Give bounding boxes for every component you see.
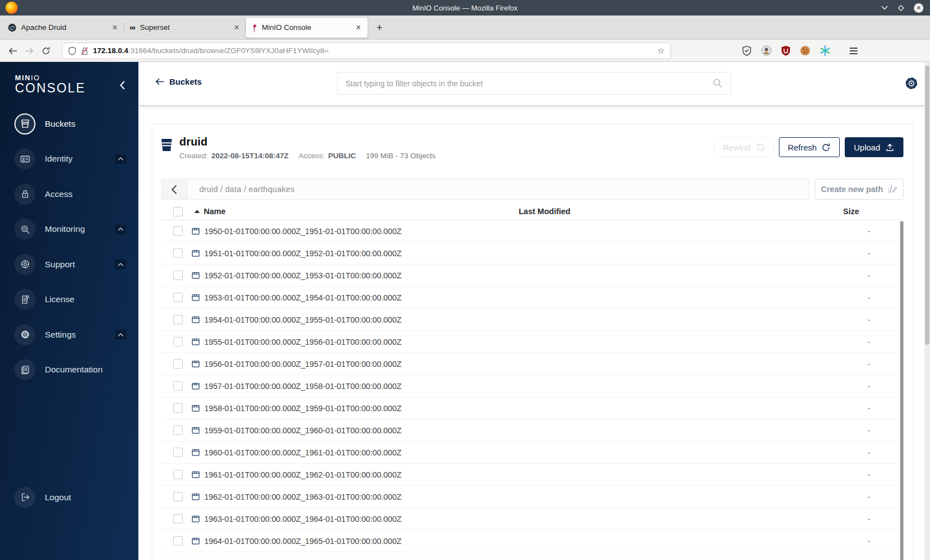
chevron-up-icon[interactable] <box>115 330 126 339</box>
table-row[interactable]: 1953-01-01T00:00:00.000Z_1954-01-01T00:0… <box>161 287 903 309</box>
table-row[interactable]: 1962-01-01T00:00:00.000Z_1963-01-01T00:0… <box>161 486 903 508</box>
rewind-button[interactable]: Rewind <box>714 137 774 157</box>
sidebar-item-access[interactable]: Access <box>0 177 138 212</box>
object-name[interactable]: 1962-01-01T00:00:00.000Z_1963-01-01T00:0… <box>204 492 401 501</box>
console-settings-gear-icon[interactable] <box>904 76 919 91</box>
row-checkbox[interactable] <box>173 514 183 523</box>
lock-icon <box>14 184 35 205</box>
window-maximize-icon[interactable] <box>897 4 905 12</box>
breadcrumb-path[interactable]: druid / data / earthquakes <box>199 185 294 194</box>
sidebar-item-license[interactable]: License <box>0 282 138 318</box>
bucket-icon <box>14 113 35 134</box>
extension-cookie-icon[interactable] <box>800 45 810 56</box>
tracking-shield-icon[interactable] <box>68 46 76 55</box>
object-name[interactable]: 1956-01-01T00:00:00.000Z_1957-01-01T00:0… <box>204 360 401 369</box>
table-row[interactable]: 1960-01-01T00:00:00.000Z_1961-01-01T00:0… <box>161 442 903 464</box>
object-name[interactable]: 1955-01-01T00:00:00.000Z_1956-01-01T00:0… <box>204 338 401 346</box>
row-checkbox[interactable] <box>173 248 183 258</box>
column-header-name[interactable]: Name <box>194 207 519 216</box>
table-row[interactable]: 1952-01-01T00:00:00.000Z_1953-01-01T00:0… <box>161 265 903 287</box>
forward-button[interactable] <box>21 47 38 55</box>
extension-snowflake-icon[interactable] <box>820 45 830 56</box>
table-row[interactable]: 1959-01-01T00:00:00.000Z_1960-01-01T00:0… <box>161 419 903 442</box>
refresh-button[interactable]: Refresh <box>779 137 840 157</box>
row-checkbox[interactable] <box>173 403 183 413</box>
row-checkbox[interactable] <box>173 226 183 236</box>
object-name[interactable]: 1963-01-01T00:00:00.000Z_1964-01-01T00:0… <box>204 515 401 523</box>
table-row[interactable]: 1950-01-01T00:00:00.000Z_1951-01-01T00:0… <box>161 220 903 242</box>
table-row[interactable]: 1956-01-01T00:00:00.000Z_1957-01-01T00:0… <box>161 353 903 375</box>
select-all-checkbox[interactable] <box>173 207 183 216</box>
object-name[interactable]: 1958-01-01T00:00:00.000Z_1959-01-01T00:0… <box>204 404 401 413</box>
page-scrollbar-thumb[interactable] <box>925 65 929 345</box>
row-checkbox[interactable] <box>173 337 183 346</box>
table-row[interactable]: 1961-01-01T00:00:00.000Z_1962-01-01T00:0… <box>161 464 903 486</box>
row-checkbox[interactable] <box>173 315 183 324</box>
back-to-buckets-link[interactable]: Buckets <box>155 77 202 86</box>
row-checkbox[interactable] <box>173 293 183 302</box>
sidebar-item-buckets[interactable]: Buckets <box>0 106 138 142</box>
create-new-path-button[interactable]: Create new path <box>815 179 903 200</box>
row-checkbox[interactable] <box>173 448 183 457</box>
tab-apache-druid[interactable]: Apache Druid × <box>2 18 124 38</box>
table-scrollbar-thumb[interactable] <box>900 221 903 560</box>
object-name[interactable]: 1964-01-01T00:00:00.000Z_1965-01-01T00:0… <box>204 537 401 546</box>
row-checkbox[interactable] <box>173 470 183 479</box>
object-name[interactable]: 1957-01-01T00:00:00.000Z_1958-01-01T00:0… <box>204 382 401 391</box>
object-name[interactable]: 1960-01-01T00:00:00.000Z_1961-01-01T00:0… <box>204 448 401 457</box>
tab-close-icon[interactable]: × <box>355 23 362 32</box>
row-checkbox[interactable] <box>173 492 183 501</box>
object-name[interactable]: 1953-01-01T00:00:00.000Z_1954-01-01T00:0… <box>204 293 401 302</box>
window-minimize-icon[interactable] <box>881 6 888 10</box>
reload-button[interactable] <box>38 46 54 55</box>
path-back-button[interactable] <box>162 179 187 199</box>
row-checkbox[interactable] <box>173 426 183 435</box>
row-checkbox[interactable] <box>173 359 183 369</box>
object-name[interactable]: 1950-01-01T00:00:00.000Z_1951-01-01T00:0… <box>204 227 401 236</box>
table-row[interactable]: 1951-01-01T00:00:00.000Z_1952-01-01T00:0… <box>161 242 903 265</box>
object-name[interactable]: 1954-01-01T00:00:00.000Z_1955-01-01T00:0… <box>204 315 401 324</box>
row-checkbox[interactable] <box>173 271 183 280</box>
tab-superset[interactable]: ∞ Superset × <box>124 18 246 38</box>
chevron-up-icon[interactable] <box>115 225 126 234</box>
object-name[interactable]: 1952-01-01T00:00:00.000Z_1953-01-01T00:0… <box>204 271 401 280</box>
chevron-up-icon[interactable] <box>115 260 126 269</box>
sidebar-item-support[interactable]: Support <box>0 247 138 282</box>
new-tab-button[interactable]: + <box>376 22 383 34</box>
bookmark-star-icon[interactable]: ☆ <box>658 46 665 56</box>
insecure-lock-icon[interactable] <box>81 46 89 55</box>
extension-shield-check-icon[interactable] <box>742 45 752 56</box>
search-input[interactable] <box>345 79 712 88</box>
table-row[interactable]: 1958-01-01T00:00:00.000Z_1959-01-01T00:0… <box>161 397 903 419</box>
row-checkbox[interactable] <box>173 381 183 391</box>
table-row[interactable]: 1963-01-01T00:00:00.000Z_1964-01-01T00:0… <box>161 508 903 530</box>
table-row[interactable]: 1957-01-01T00:00:00.000Z_1958-01-01T00:0… <box>161 375 903 397</box>
object-name[interactable]: 1951-01-01T00:00:00.000Z_1952-01-01T00:0… <box>204 249 401 258</box>
extension-ublock-icon[interactable] <box>781 45 790 56</box>
sidebar-collapse-icon[interactable] <box>120 81 125 90</box>
extension-persona-icon[interactable] <box>761 45 772 56</box>
tab-close-icon[interactable]: × <box>111 23 118 32</box>
tab-close-icon[interactable]: × <box>233 23 240 32</box>
url-bar[interactable]: 172.18.0.4:31664/buckets/druid/browse/ZG… <box>62 43 671 59</box>
table-row[interactable]: 1954-01-01T00:00:00.000Z_1955-01-01T00:0… <box>161 309 903 331</box>
table-row[interactable]: 1964-01-01T00:00:00.000Z_1965-01-01T00:0… <box>161 530 903 552</box>
menu-hamburger-icon[interactable] <box>850 48 857 54</box>
object-name[interactable]: 1959-01-01T00:00:00.000Z_1960-01-01T00:0… <box>204 426 401 435</box>
tab-minio-console[interactable]: MinIO Console × <box>246 18 368 38</box>
page-scrollbar[interactable] <box>924 62 930 560</box>
sidebar-item-logout[interactable]: Logout <box>0 480 138 515</box>
window-close-icon[interactable]: ✕ <box>914 3 923 13</box>
sidebar-item-monitoring[interactable]: Monitoring <box>0 212 138 247</box>
table-row[interactable]: 1955-01-01T00:00:00.000Z_1956-01-01T00:0… <box>161 331 903 353</box>
row-checkbox[interactable] <box>173 536 183 546</box>
object-name[interactable]: 1961-01-01T00:00:00.000Z_1962-01-01T00:0… <box>204 470 401 479</box>
sidebar-item-settings[interactable]: Settings <box>0 317 138 352</box>
sidebar-item-identity[interactable]: Identity <box>0 142 138 177</box>
chevron-up-icon[interactable] <box>115 154 126 164</box>
table-scrollbar[interactable] <box>900 221 903 560</box>
object-size: - <box>807 426 903 435</box>
back-button[interactable] <box>4 47 21 55</box>
sidebar-item-documentation[interactable]: Documentation <box>0 352 138 388</box>
upload-button[interactable]: Upload <box>845 137 903 157</box>
